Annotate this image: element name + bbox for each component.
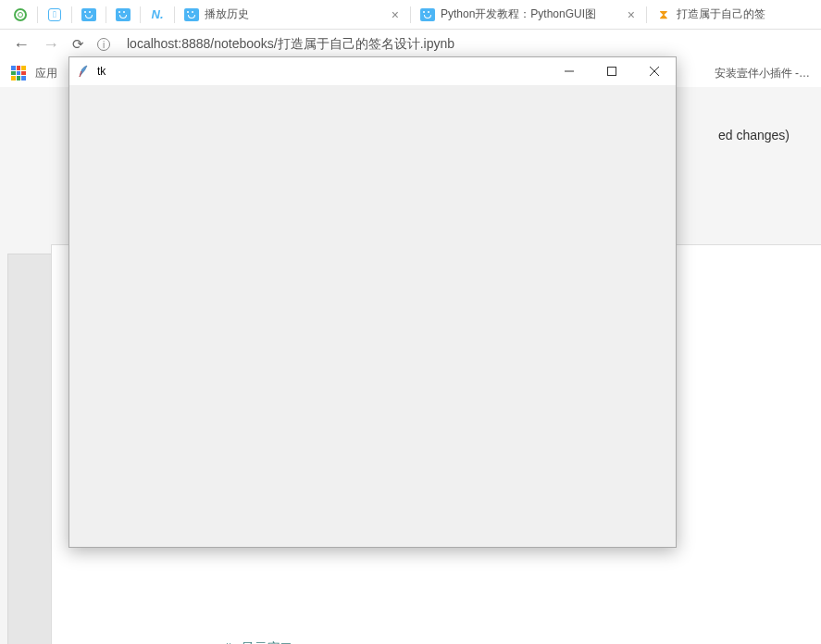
- tk-feather-icon: [77, 64, 92, 79]
- tab-playback[interactable]: 播放历史 ×: [177, 2, 408, 28]
- ext-icon-4[interactable]: [112, 4, 134, 26]
- unsaved-changes-text: ed changes): [718, 128, 790, 142]
- forward-button[interactable]: →: [43, 35, 59, 55]
- tab-close-icon[interactable]: ×: [628, 7, 635, 22]
- tk-window-title: tk: [97, 65, 106, 78]
- tab-close-icon[interactable]: ×: [392, 7, 399, 22]
- tab-separator: [646, 6, 647, 23]
- browser-tabs-strip: 𓃠 N. 播放历史 × Python开发教程：PythonGUI图 × ⧗ 打造…: [0, 0, 821, 30]
- tab-python-tutorial[interactable]: Python开发教程：PythonGUI图 ×: [413, 2, 644, 28]
- tab-separator: [410, 6, 411, 23]
- tab-separator: [140, 6, 141, 23]
- close-button[interactable]: [633, 57, 676, 85]
- info-icon[interactable]: i: [97, 38, 110, 51]
- apps-grid-icon[interactable]: [11, 66, 26, 80]
- code-fragment: # 显示窗口 root.mainloop(): [223, 639, 340, 644]
- bookmark-plugin[interactable]: 安装壹伴小插件 -…: [715, 66, 810, 81]
- ext-icon-2[interactable]: 𓃠: [44, 4, 66, 26]
- url-text[interactable]: localhost:8888/notebooks/打造属于自己的签名设计.ipy…: [127, 36, 454, 53]
- tk-window-body[interactable]: [69, 85, 676, 547]
- code-comment: # 显示窗口: [223, 639, 340, 644]
- minimize-button[interactable]: [548, 57, 591, 85]
- reload-button[interactable]: ⟳: [72, 36, 84, 53]
- address-bar: ← → ⟳ i localhost:8888/notebooks/打造属于自己的…: [0, 30, 821, 59]
- tk-titlebar[interactable]: tk: [69, 57, 676, 85]
- tab-python-label: Python开发教程：PythonGUI图: [441, 6, 618, 22]
- tab-separator: [106, 6, 106, 23]
- tab-signature[interactable]: ⧗ 打造属于自己的签: [649, 2, 775, 28]
- ext-icon-3[interactable]: [78, 4, 100, 26]
- hourglass-icon: ⧗: [656, 7, 671, 22]
- tk-window[interactable]: tk: [68, 56, 677, 548]
- maximize-button[interactable]: [591, 57, 633, 85]
- svg-rect-1: [608, 68, 616, 76]
- tab-separator: [37, 6, 38, 23]
- apps-label[interactable]: 应用: [35, 66, 57, 81]
- tab-separator: [174, 6, 175, 23]
- tab-playback-label: 播放历史: [205, 6, 382, 22]
- tab-separator: [71, 6, 72, 23]
- back-button[interactable]: ←: [13, 35, 30, 55]
- ext-icon-5[interactable]: N.: [146, 4, 168, 26]
- ext-icon-1[interactable]: [9, 4, 31, 26]
- tab-signature-label: 打造属于自己的签: [677, 6, 765, 22]
